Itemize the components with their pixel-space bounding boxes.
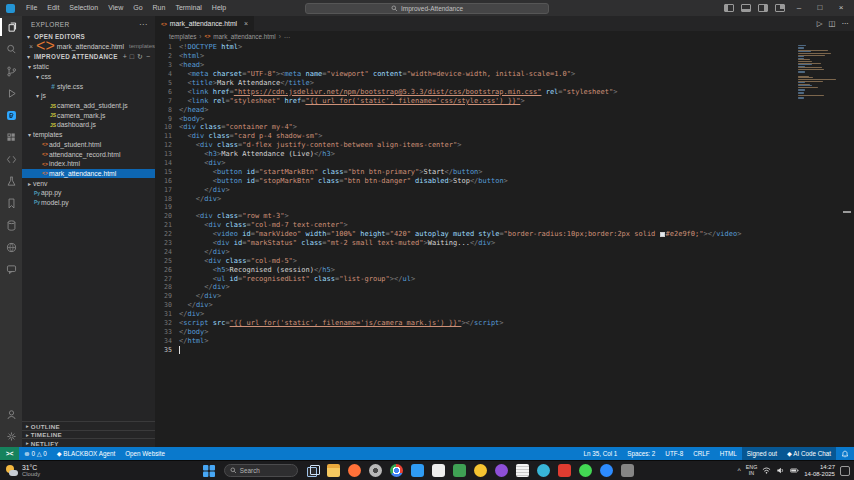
extensions-icon[interactable] xyxy=(0,126,22,148)
menu-go[interactable]: Go xyxy=(128,0,147,16)
run-debug-icon[interactable] xyxy=(0,82,22,104)
close-button[interactable]: × xyxy=(834,0,848,16)
status-ai-code-chat[interactable]: ◆ AI Code Chat xyxy=(782,447,836,460)
taskbar-search[interactable]: Search xyxy=(224,464,298,477)
breadcrumb-item[interactable]: templates xyxy=(169,33,196,40)
breadcrumb-item[interactable]: mark_attendance.html xyxy=(213,33,275,40)
menu-file[interactable]: File xyxy=(21,0,42,16)
more-actions-icon[interactable]: ⋯ xyxy=(139,20,147,29)
notepad-icon[interactable] xyxy=(516,464,529,477)
language-indicator[interactable]: ENG IN xyxy=(746,465,757,476)
violet-app-icon[interactable] xyxy=(495,464,508,477)
section-netlify[interactable]: ▸NETLIFY xyxy=(22,438,155,447)
vs-code-icon[interactable] xyxy=(411,464,424,477)
microsoft-store-icon[interactable] xyxy=(432,464,445,477)
toggle-sidebar-icon[interactable] xyxy=(724,4,734,12)
status-cursor-position[interactable]: Ln 35, Col 1 xyxy=(578,447,622,460)
menu-selection[interactable]: Selection xyxy=(64,0,103,16)
status-signed-out[interactable]: Signed out xyxy=(742,447,782,460)
status-open-website[interactable]: Open Website xyxy=(120,447,170,460)
command-center-search[interactable]: Improved-Attendance xyxy=(305,3,549,14)
file-mark-attendance-html[interactable]: <>mark_attendance.html xyxy=(22,169,155,179)
file-attendance-record-html[interactable]: <>attendance_record.html xyxy=(22,149,155,159)
zoom-icon[interactable] xyxy=(600,464,613,477)
file-camera-add-student-js[interactable]: JScamera_add_student.js xyxy=(22,101,155,111)
camera-icon[interactable] xyxy=(621,464,634,477)
status-blackbox-agent[interactable]: ◆ BLACKBOX Agent xyxy=(52,447,120,460)
folder-js[interactable]: ▾js xyxy=(22,91,155,101)
file-explorer-icon[interactable] xyxy=(327,464,340,477)
status-indentation[interactable]: Spaces: 2 xyxy=(622,447,660,460)
refresh-icon[interactable]: ↻ xyxy=(137,52,143,61)
remote-explorer-icon[interactable] xyxy=(0,148,22,170)
menu-edit[interactable]: Edit xyxy=(42,0,64,16)
toggle-secondary-sidebar-icon[interactable] xyxy=(758,4,768,12)
minimize-button[interactable]: – xyxy=(792,0,806,16)
whatsapp-icon[interactable] xyxy=(579,464,592,477)
customize-layout-icon[interactable] xyxy=(775,4,785,12)
file-index-html[interactable]: <>index.html xyxy=(22,159,155,169)
code-viewport[interactable]: 1<!DOCTYPE html>2<html>3<head>4 <meta ch… xyxy=(155,43,854,354)
file-dashboard-js[interactable]: JSdashboard.js xyxy=(22,120,155,130)
status-encoding[interactable]: UTF-8 xyxy=(660,447,688,460)
chat-icon[interactable] xyxy=(0,258,22,280)
section-outline[interactable]: ▸OUTLINE xyxy=(22,421,155,430)
file-add-student-html[interactable]: <>add_student.html xyxy=(22,140,155,150)
live-preview-icon[interactable] xyxy=(0,236,22,258)
close-icon[interactable]: × xyxy=(28,43,34,50)
file-style-css[interactable]: #style.css xyxy=(22,81,155,91)
new-folder-icon[interactable]: □ xyxy=(130,52,134,61)
section-timeline[interactable]: ▸TIMELINE xyxy=(22,430,155,439)
bookmarks-icon[interactable] xyxy=(0,192,22,214)
file-camera-mark-js[interactable]: JScamera_mark.js xyxy=(22,110,155,120)
settings-icon[interactable] xyxy=(0,425,22,447)
volume-icon[interactable] xyxy=(776,466,785,475)
menu-help[interactable]: Help xyxy=(207,0,231,16)
menu-view[interactable]: View xyxy=(103,0,128,16)
account-icon[interactable] xyxy=(0,403,22,425)
reminder-icon[interactable] xyxy=(474,464,487,477)
task-view-icon[interactable] xyxy=(306,464,319,477)
status-remote[interactable]: >< xyxy=(0,447,19,460)
folder-templates[interactable]: ▾templates xyxy=(22,130,155,140)
split-editor-icon[interactable]: ◫ xyxy=(828,19,835,28)
status-eol[interactable]: CRLF xyxy=(688,447,714,460)
collapse-all-icon[interactable]: − xyxy=(146,52,150,61)
settings-icon[interactable] xyxy=(369,464,382,477)
edge-icon[interactable] xyxy=(537,464,550,477)
blackbox-ai-icon[interactable] xyxy=(0,104,22,126)
file-model-py[interactable]: Pymodel.py xyxy=(22,198,155,208)
database-icon[interactable] xyxy=(0,214,22,236)
file-app-py[interactable]: Pyapp.py xyxy=(22,188,155,198)
menu-terminal[interactable]: Terminal xyxy=(170,0,206,16)
workspace-section-header[interactable]: ▾ IMPROVED ATTENDANCE +□↻− xyxy=(22,51,155,61)
testing-icon[interactable] xyxy=(0,170,22,192)
chrome-icon[interactable] xyxy=(390,464,403,477)
sheets-icon[interactable] xyxy=(453,464,466,477)
tab-close-icon[interactable]: × xyxy=(244,20,248,27)
run-file-icon[interactable]: ▷ xyxy=(817,19,823,28)
toggle-panel-icon[interactable] xyxy=(741,4,751,12)
folder-venv[interactable]: ▸venv xyxy=(22,178,155,188)
notifications-bell-icon[interactable] xyxy=(836,447,854,460)
more-actions-icon[interactable]: ⋯ xyxy=(842,19,850,28)
notification-center-icon[interactable] xyxy=(840,466,850,476)
acrobat-icon[interactable] xyxy=(558,464,571,477)
tray-overflow-chevron[interactable]: ^ xyxy=(737,467,740,474)
tab-mark-attendance[interactable]: <> mark_attendance.html × xyxy=(155,16,254,31)
menu-run[interactable]: Run xyxy=(148,0,171,16)
status-problems[interactable]: ⊗ 0 △ 0 xyxy=(19,447,51,460)
folder-static[interactable]: ▾static xyxy=(22,62,155,72)
wifi-icon[interactable] xyxy=(762,466,771,475)
source-control-icon[interactable] xyxy=(0,60,22,82)
status-language[interactable]: HTML xyxy=(715,447,742,460)
minimap[interactable] xyxy=(798,45,838,102)
folder-css[interactable]: ▾css xyxy=(22,72,155,82)
explorer-icon[interactable] xyxy=(0,16,22,38)
maximize-button[interactable]: □ xyxy=(813,0,827,16)
open-editor-item[interactable]: × <> mark_attendance.html templates xyxy=(22,41,155,51)
battery-icon[interactable] xyxy=(790,466,799,475)
search-icon[interactable] xyxy=(0,38,22,60)
start-button[interactable] xyxy=(202,464,216,478)
weather-widget[interactable]: 31°C Cloudy xyxy=(0,464,150,477)
